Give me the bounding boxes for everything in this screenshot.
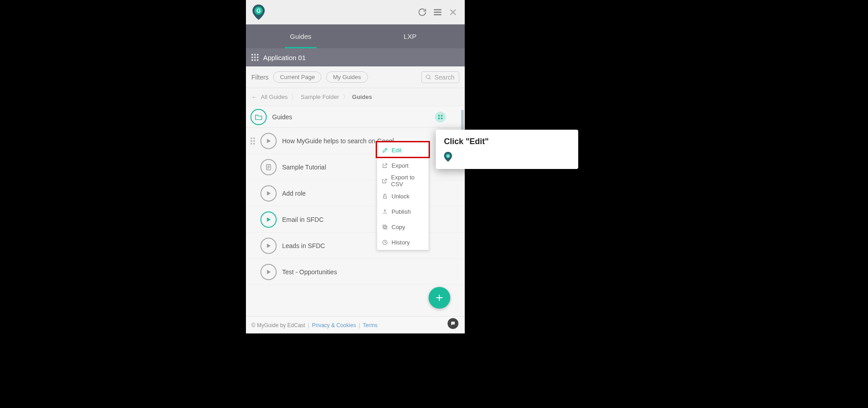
header-actions bbox=[417, 7, 458, 18]
folder-header: Guides bbox=[246, 106, 465, 128]
breadcrumb-sample-folder[interactable]: Sample Folder bbox=[301, 94, 339, 100]
unlock-icon bbox=[382, 193, 388, 199]
edit-icon bbox=[382, 147, 388, 153]
search-input[interactable]: Search bbox=[421, 71, 459, 83]
menu-publish[interactable]: Publish bbox=[377, 204, 429, 219]
menu-copy-label: Copy bbox=[392, 224, 405, 230]
footer-separator: | bbox=[308, 322, 309, 328]
guide-row[interactable]: Add role bbox=[246, 180, 465, 206]
app-header: G bbox=[246, 0, 465, 24]
document-icon[interactable] bbox=[260, 159, 277, 175]
apps-grid-icon[interactable] bbox=[251, 54, 259, 61]
history-icon bbox=[382, 239, 388, 245]
footer-separator: | bbox=[359, 322, 360, 328]
guide-title: Email in SFDC bbox=[282, 216, 324, 223]
svg-rect-8 bbox=[383, 225, 386, 228]
footer: © MyGuide by EdCast | Privacy & Cookies … bbox=[246, 316, 465, 333]
menu-edit[interactable]: Edit bbox=[377, 142, 429, 158]
guide-title: Test - Opportunities bbox=[282, 268, 337, 276]
search-icon bbox=[425, 74, 432, 80]
breadcrumb-all-guides[interactable]: All Guides bbox=[261, 94, 288, 100]
guide-list: How MyGuide helps to search on Googl Sam… bbox=[246, 128, 465, 316]
guide-title: Leads in SFDC bbox=[282, 242, 325, 249]
play-icon[interactable] bbox=[260, 133, 277, 149]
menu-unlock-label: Unlock bbox=[392, 193, 410, 200]
filters-row: Filters Current Page My Guides Search bbox=[246, 66, 465, 88]
guide-row[interactable]: How MyGuide helps to search on Googl bbox=[246, 128, 465, 154]
svg-text:G: G bbox=[256, 8, 261, 14]
footer-copyright: © MyGuide by EdCast bbox=[251, 322, 305, 328]
svg-rect-7 bbox=[384, 226, 387, 229]
application-bar: Application 01 bbox=[246, 48, 465, 66]
guide-title: Sample Tutorial bbox=[282, 164, 326, 171]
breadcrumb-current: Guides bbox=[352, 94, 372, 100]
folder-title: Guides bbox=[272, 113, 292, 121]
breadcrumb-separator: 〉 bbox=[343, 93, 349, 101]
tooltip-title: Click "Edit" bbox=[444, 137, 570, 146]
svg-point-6 bbox=[453, 323, 454, 323]
tab-lxp[interactable]: LXP bbox=[355, 24, 465, 48]
folder-drag-handle[interactable] bbox=[435, 112, 446, 122]
play-icon[interactable] bbox=[260, 211, 277, 228]
guide-row[interactable]: Test - Opportunities bbox=[246, 259, 465, 285]
tooltip-card: Click "Edit" G bbox=[436, 130, 578, 169]
footer-privacy-link[interactable]: Privacy & Cookies bbox=[312, 322, 356, 328]
footer-terms-link[interactable]: Terms bbox=[363, 322, 378, 328]
guide-title: Add role bbox=[282, 190, 306, 197]
filters-label: Filters bbox=[251, 74, 269, 81]
guide-row[interactable]: Sample Tutorial bbox=[246, 154, 465, 180]
back-arrow-icon[interactable]: ← bbox=[251, 94, 257, 100]
add-button[interactable]: + bbox=[429, 287, 450, 309]
guide-row[interactable]: Leads in SFDC bbox=[246, 233, 465, 259]
menu-edit-label: Edit bbox=[392, 147, 401, 154]
svg-point-5 bbox=[453, 323, 453, 323]
guide-row[interactable]: Email in SFDC bbox=[246, 206, 465, 233]
play-icon[interactable] bbox=[260, 264, 277, 280]
play-icon[interactable] bbox=[260, 238, 277, 254]
menu-export-csv[interactable]: Export to CSV bbox=[377, 173, 429, 188]
menu-export[interactable]: Export bbox=[377, 158, 429, 173]
filter-my-guides[interactable]: My Guides bbox=[326, 71, 368, 83]
export-icon bbox=[382, 162, 388, 169]
menu-icon[interactable] bbox=[432, 7, 443, 18]
filter-current-page[interactable]: Current Page bbox=[273, 71, 321, 83]
breadcrumb: ← All Guides 〉 Sample Folder 〉 Guides bbox=[246, 88, 465, 106]
breadcrumb-separator: 〉 bbox=[291, 93, 297, 101]
menu-publish-label: Publish bbox=[392, 208, 411, 215]
menu-export-csv-label: Export to CSV bbox=[391, 174, 424, 188]
tabs-bar: Guides LXP bbox=[246, 24, 465, 48]
menu-export-label: Export bbox=[392, 162, 409, 169]
menu-copy[interactable]: Copy bbox=[377, 219, 429, 234]
folder-icon bbox=[250, 109, 267, 125]
app-panel: G Guides LXP Application 01 Filters Curr… bbox=[246, 0, 465, 333]
svg-text:G: G bbox=[447, 154, 449, 158]
publish-icon bbox=[382, 208, 388, 215]
menu-history-label: History bbox=[392, 239, 410, 246]
play-icon[interactable] bbox=[260, 185, 277, 202]
myguide-logo: G bbox=[252, 5, 265, 20]
export-csv-icon bbox=[382, 178, 387, 184]
copy-icon bbox=[382, 224, 388, 230]
close-icon[interactable] bbox=[448, 7, 458, 18]
chat-icon[interactable] bbox=[448, 318, 458, 329]
tab-guides[interactable]: Guides bbox=[246, 24, 355, 48]
tooltip-logo-icon: G bbox=[444, 152, 453, 163]
search-placeholder: Search bbox=[434, 74, 454, 81]
application-name: Application 01 bbox=[263, 54, 306, 61]
menu-history[interactable]: History bbox=[377, 234, 429, 250]
refresh-icon[interactable] bbox=[417, 7, 428, 18]
menu-unlock[interactable]: Unlock bbox=[377, 188, 429, 204]
drag-handle-icon[interactable] bbox=[250, 137, 255, 145]
svg-point-4 bbox=[452, 323, 452, 323]
svg-point-2 bbox=[426, 75, 430, 78]
context-menu: Edit Export Export to CSV Unlock Publish… bbox=[377, 142, 429, 250]
